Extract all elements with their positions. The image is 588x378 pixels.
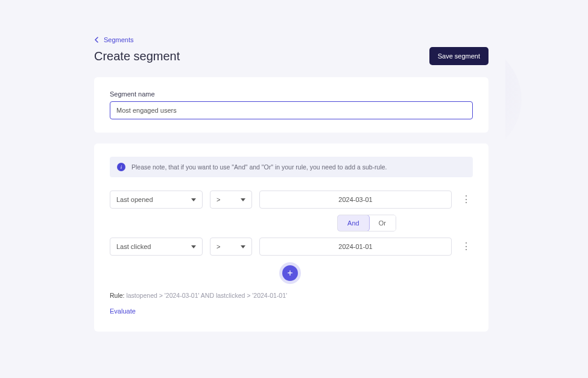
main-container: Segments Create segment Save segment Seg… [77,36,505,332]
segment-name-card: Segment name [94,77,488,133]
add-rule-button[interactable]: + [282,265,298,281]
connector-row: And Or [110,215,473,232]
segment-name-input[interactable] [110,101,473,119]
page-header: Create segment Save segment [94,47,488,65]
rule-field-value-2: Last clicked [116,243,151,250]
info-banner: i Please note, that if you want to use "… [110,157,473,177]
connector-or-button[interactable]: Or [369,215,396,231]
caret-down-icon [191,245,196,248]
page-title: Create segment [94,49,180,63]
rule-row-2: Last clicked > ⋮ [110,238,473,256]
caret-down-icon [241,245,245,248]
rule-field-select-1[interactable]: Last opened [110,191,203,209]
rule-summary: Rule: lastopened > '2024-03-01' AND last… [110,292,473,299]
breadcrumb[interactable]: Segments [94,36,505,43]
rule-operator-select-2[interactable]: > [210,238,252,256]
rules-card: i Please note, that if you want to use "… [94,143,488,332]
chevron-left-icon [94,37,100,43]
info-text: Please note, that if you want to use "An… [131,163,387,171]
save-segment-button[interactable]: Save segment [429,47,488,65]
more-options-icon[interactable]: ⋮ [459,195,473,204]
caret-down-icon [191,198,196,201]
more-options-icon[interactable]: ⋮ [459,242,473,251]
rule-row-1: Last opened > ⋮ [110,191,473,209]
rule-operator-select-1[interactable]: > [210,191,252,209]
segment-name-label: Segment name [110,90,473,98]
add-rule-row: + [110,265,473,281]
connector-toggle: And Or [337,215,396,232]
rule-summary-label: Rule: [110,292,125,299]
rule-field-value-1: Last opened [116,196,153,203]
rule-operator-value-2: > [217,243,220,250]
rule-value-input-1[interactable] [259,191,452,209]
info-icon: i [117,163,125,171]
rule-field-select-2[interactable]: Last clicked [110,238,203,256]
rule-value-input-2[interactable] [259,238,452,256]
evaluate-link[interactable]: Evaluate [110,307,136,315]
breadcrumb-link[interactable]: Segments [104,36,134,43]
rule-summary-text: lastopened > '2024-03-01' AND lastclicke… [126,292,287,299]
caret-down-icon [241,198,245,201]
plus-icon: + [287,268,292,279]
connector-and-button[interactable]: And [337,215,370,232]
rule-operator-value-1: > [217,196,220,203]
